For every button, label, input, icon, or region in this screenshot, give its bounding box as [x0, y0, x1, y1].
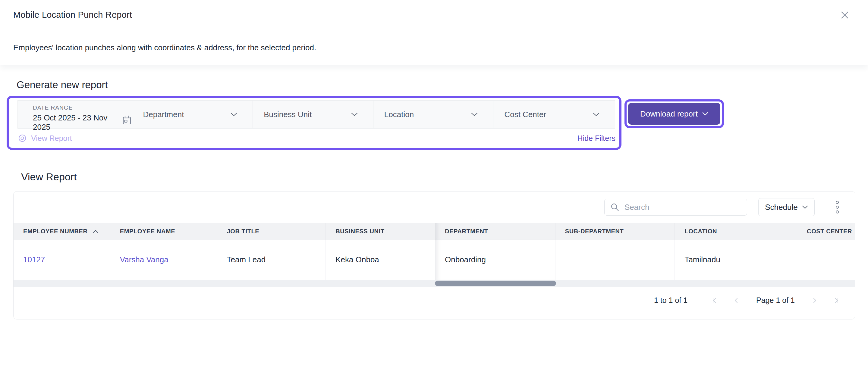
page-title: Mobile Location Punch Report: [13, 10, 132, 20]
dialog-description-bar: Employees' location punches along with c…: [0, 30, 868, 65]
column-header-employee-number[interactable]: EMPLOYEE NUMBER: [13, 223, 110, 240]
column-header-department[interactable]: DEPARTMENT: [435, 223, 555, 240]
chevron-down-icon: [230, 112, 238, 116]
calendar-icon: [122, 115, 132, 126]
view-report-heading: View Report: [21, 171, 868, 183]
employee-name-link[interactable]: Varsha Vanga: [120, 255, 168, 265]
hide-filters-link[interactable]: Hide Filters: [578, 134, 615, 143]
pagination-range: 1 to 1 of 1: [654, 296, 687, 305]
cost-center-cell: [797, 240, 855, 280]
filter-panel: DATE RANGE 25 Oct 2025 - 23 Nov 2025 Dep…: [7, 96, 621, 150]
cost-center-filter-label: Cost Center: [504, 110, 546, 119]
view-report-link[interactable]: View Report: [18, 133, 72, 143]
date-range-field[interactable]: DATE RANGE 25 Oct 2025 - 23 Nov 2025: [18, 101, 132, 128]
department-filter-label: Department: [143, 110, 184, 119]
more-options-icon[interactable]: [834, 199, 841, 215]
dialog-description: Employees' location punches along with c…: [13, 43, 316, 52]
table-header-row: EMPLOYEE NUMBER EMPLOYEE NAME JOB TITLE …: [13, 223, 855, 240]
employee-number-link[interactable]: 10127: [23, 255, 45, 265]
table-toolbar: Schedule: [13, 191, 855, 223]
column-header-business-unit[interactable]: BUSINESS UNIT: [326, 223, 435, 240]
dialog-titlebar: Mobile Location Punch Report: [0, 0, 868, 30]
cost-center-filter[interactable]: Cost Center: [493, 101, 615, 128]
column-header-cost-center[interactable]: COST CENTER: [797, 223, 855, 240]
pagination-page-label: Page 1 of 1: [756, 296, 795, 305]
chevron-down-icon: [702, 112, 708, 116]
business-unit-filter[interactable]: Business Unit: [253, 101, 373, 128]
location-filter-label: Location: [384, 110, 414, 119]
filter-row: DATE RANGE 25 Oct 2025 - 23 Nov 2025 Dep…: [7, 96, 868, 150]
table-row: 10127 Varsha Vanga Team Lead Keka Onboa …: [13, 240, 855, 280]
search-icon: [610, 202, 620, 212]
generate-report-heading: Generate new report: [17, 79, 868, 91]
filter-fields: DATE RANGE 25 Oct 2025 - 23 Nov 2025 Dep…: [18, 100, 615, 129]
download-report-focus-ring: Download report: [624, 99, 724, 128]
report-table-card: Schedule EMPLOYEE NUMBER EMPLOYEE NAME J…: [13, 191, 855, 319]
close-icon[interactable]: [838, 9, 851, 22]
date-range-value: 25 Oct 2025 - 23 Nov 2025: [33, 113, 116, 132]
pagination-bar: 1 to 1 of 1 Page 1 of 1: [13, 296, 855, 305]
sub-department-cell: [555, 240, 675, 280]
download-report-button[interactable]: Download report: [628, 103, 720, 125]
location-filter[interactable]: Location: [373, 101, 493, 128]
previous-page-icon[interactable]: [733, 297, 740, 304]
horizontal-scrollbar-thumb[interactable]: [435, 281, 556, 286]
column-header-sub-department[interactable]: SUB-DEPARTMENT: [555, 223, 675, 240]
last-page-icon[interactable]: [833, 297, 839, 304]
schedule-button[interactable]: Schedule: [758, 198, 815, 216]
download-report-label: Download report: [640, 109, 698, 119]
chevron-down-icon: [351, 112, 358, 116]
next-page-icon[interactable]: [811, 297, 818, 304]
sort-asc-icon: [93, 230, 98, 233]
column-header-location[interactable]: LOCATION: [675, 223, 797, 240]
department-filter[interactable]: Department: [132, 101, 253, 128]
view-icon: [18, 133, 27, 143]
horizontal-scrollbar-track[interactable]: [13, 280, 855, 287]
chevron-down-icon: [471, 112, 478, 116]
search-box: [604, 199, 747, 216]
business-unit-filter-label: Business Unit: [264, 110, 312, 119]
department-cell: Onboarding: [435, 240, 555, 280]
chevron-down-icon: [592, 112, 600, 116]
column-header-job-title[interactable]: JOB TITLE: [217, 223, 326, 240]
column-header-employee-name[interactable]: EMPLOYEE NAME: [110, 223, 217, 240]
first-page-icon[interactable]: [712, 297, 718, 304]
location-cell: Tamilnadu: [675, 240, 797, 280]
job-title-cell: Team Lead: [217, 240, 326, 280]
chevron-down-icon: [802, 205, 808, 209]
date-range-label: DATE RANGE: [33, 104, 132, 111]
schedule-button-label: Schedule: [765, 203, 798, 212]
business-unit-cell: Keka Onboa: [326, 240, 435, 280]
search-input[interactable]: [624, 203, 741, 212]
view-report-link-label: View Report: [31, 134, 72, 143]
